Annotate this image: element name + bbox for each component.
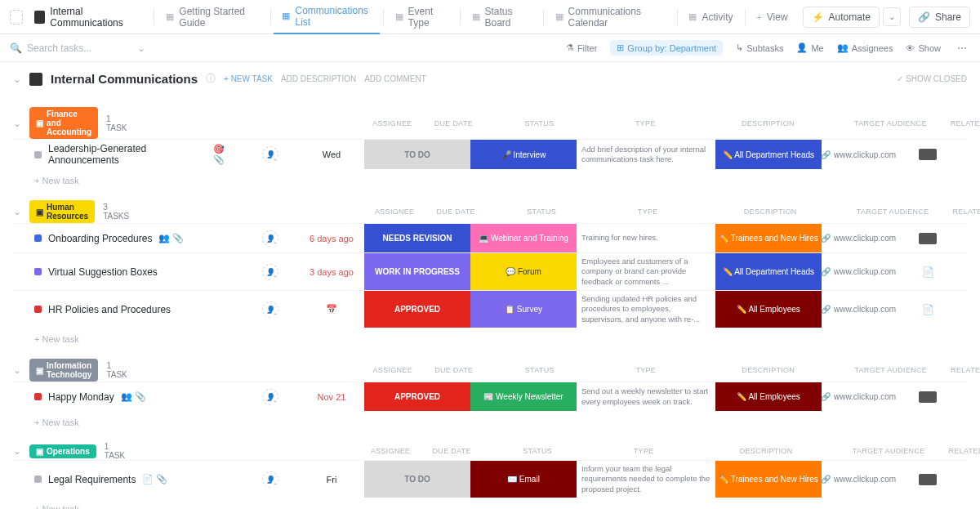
files-cell[interactable] (895, 140, 960, 169)
status-square-icon[interactable] (34, 476, 42, 483)
show-button[interactable]: 👁Show (906, 43, 941, 53)
assignee-cell[interactable]: 👤 (242, 224, 299, 252)
page-title-tab[interactable]: Internal Communications (26, 0, 151, 34)
type-cell[interactable]: 🎤 Interview (470, 140, 577, 169)
add-description-link[interactable]: ADD DESCRIPTION (281, 74, 356, 83)
automate-button[interactable]: ⚡Automate (803, 7, 880, 28)
audience-cell[interactable]: ✏️ All Employees (715, 291, 822, 328)
file-thumbnail[interactable] (919, 233, 937, 244)
assignee-cell[interactable]: 👤 (242, 140, 299, 169)
file-icon[interactable]: 📄 (922, 304, 934, 315)
assignee-avatar[interactable]: 👤 (262, 301, 278, 318)
due-date-cell[interactable]: Wed (299, 140, 364, 169)
new-task-button[interactable]: + New task (13, 169, 967, 185)
group-pill[interactable]: ▣Information Technology (29, 359, 98, 382)
tab-activity[interactable]: ▦Activity (680, 0, 741, 34)
tab-communications-list[interactable]: ▦Communications List (274, 0, 379, 34)
chevron-down-icon[interactable]: ⌄ (13, 74, 21, 85)
due-date-cell[interactable]: Fri (299, 461, 364, 498)
status-square-icon[interactable] (34, 393, 42, 400)
new-task-button[interactable]: + New task (13, 498, 967, 509)
collapse-icon[interactable]: ⌄ (13, 118, 21, 129)
search-input[interactable]: 🔍Search tasks... (10, 42, 124, 54)
link-cell[interactable]: 🔗www.clickup.com (822, 382, 895, 411)
assignee-avatar[interactable]: 👤 (262, 146, 278, 163)
audience-cell[interactable]: ✏️ All Department Heads (715, 253, 822, 290)
tab-getting-started-guide[interactable]: ▦Getting Started Guide (158, 0, 266, 34)
status-square-icon[interactable] (34, 234, 42, 242)
status-square-icon[interactable] (34, 306, 42, 313)
show-closed-link[interactable]: ✓ SHOW CLOSED (897, 74, 967, 83)
status-cell[interactable]: WORK IN PROGRESS (364, 253, 470, 290)
type-cell[interactable]: 💬 Forum (470, 253, 577, 290)
table-row[interactable]: Legal Requirements 📄 📎 👤 Fri TO DO ✉️ Em… (13, 460, 967, 498)
assignee-cell[interactable]: 👤 (242, 382, 299, 411)
due-date-cell[interactable]: 3 days ago (299, 253, 364, 290)
task-name-cell[interactable]: Onboarding Procedures 👥 📎 (13, 224, 242, 252)
share-button[interactable]: 🔗Share (909, 7, 970, 28)
filter-button[interactable]: ⚗Filter (566, 42, 597, 53)
new-task-button[interactable]: + New task (13, 328, 967, 344)
table-row[interactable]: Onboarding Procedures 👥 📎 👤 6 days ago N… (13, 223, 967, 252)
files-cell[interactable] (895, 461, 960, 498)
task-name-cell[interactable]: Leadership-Generated Announcements 🎯 📎 (13, 140, 242, 169)
files-cell[interactable]: 📄 (895, 253, 960, 290)
files-cell[interactable] (895, 382, 960, 411)
task-name-cell[interactable]: Virtual Suggestion Boxes (13, 253, 242, 290)
status-cell[interactable]: TO DO (364, 140, 470, 169)
file-thumbnail[interactable] (919, 149, 937, 160)
task-name-cell[interactable]: HR Policies and Procedures (13, 291, 242, 328)
me-button[interactable]: 👤Me (796, 42, 823, 53)
link-cell[interactable]: 🔗www.clickup.com (822, 224, 895, 252)
table-row[interactable]: Leadership-Generated Announcements 🎯 📎 👤… (13, 139, 967, 169)
group-pill[interactable]: ▣Operations (29, 444, 96, 458)
assignee-avatar[interactable]: 👤 (262, 230, 278, 247)
assignee-cell[interactable]: 👤 (242, 291, 299, 328)
assignee-avatar[interactable]: 👤 (262, 264, 278, 280)
type-cell[interactable]: 💻 Webinar and Training (470, 224, 577, 252)
table-row[interactable]: Virtual Suggestion Boxes 👤 3 days ago WO… (13, 252, 967, 290)
collapse-icon[interactable]: ⌄ (13, 364, 21, 376)
file-icon[interactable]: 📄 (922, 266, 934, 278)
due-date-cell[interactable]: 📅 (299, 291, 364, 328)
status-cell[interactable]: TO DO (364, 461, 470, 498)
more-menu[interactable]: ⋯ (954, 39, 970, 57)
search-dropdown-icon[interactable]: ⌄ (137, 42, 145, 54)
group-by-button[interactable]: ⊞Group by: Department (610, 40, 723, 56)
assignee-avatar[interactable]: 👤 (262, 389, 278, 405)
link-cell[interactable]: 🔗www.clickup.com (822, 253, 895, 290)
files-cell[interactable]: 📄 (895, 291, 960, 328)
task-name-cell[interactable]: Happy Monday 👥 📎 (13, 382, 242, 411)
file-thumbnail[interactable] (919, 474, 937, 485)
assignees-button[interactable]: 👥Assignees (837, 42, 893, 53)
assignee-cell[interactable]: 👤 (242, 253, 299, 290)
link-cell[interactable]: 🔗www.clickup.com (822, 461, 895, 498)
audience-cell[interactable]: ✏️ All Department Heads (715, 140, 822, 169)
automate-dropdown[interactable]: ⌄ (883, 7, 901, 26)
assignee-avatar[interactable]: 👤 (262, 471, 278, 488)
info-icon[interactable]: ⓘ (206, 72, 216, 86)
due-date-cell[interactable]: 6 days ago (299, 224, 364, 252)
status-cell[interactable]: NEEDS REVISION (364, 224, 470, 252)
file-thumbnail[interactable] (919, 391, 937, 403)
status-cell[interactable]: APPROVED (364, 291, 470, 328)
type-cell[interactable]: 📰 Weekly Newsletter (470, 382, 577, 411)
due-date-cell[interactable]: Nov 21 (299, 382, 364, 411)
link-cell[interactable]: 🔗www.clickup.com (822, 140, 895, 169)
assignee-cell[interactable]: 👤 (242, 461, 299, 498)
group-pill[interactable]: ▣Human Resources (29, 200, 95, 223)
audience-cell[interactable]: ✏️ Trainees and New Hires (715, 224, 822, 252)
status-square-icon[interactable] (34, 151, 42, 159)
add-view-button[interactable]: +View (748, 0, 795, 34)
table-row[interactable]: Happy Monday 👥 📎 👤 Nov 21 APPROVED 📰 Wee… (13, 382, 967, 411)
status-cell[interactable]: APPROVED (364, 382, 470, 411)
new-task-link[interactable]: + NEW TASK (224, 74, 273, 83)
type-cell[interactable]: ✉️ Email (470, 461, 577, 498)
tab-communications-calendar[interactable]: ▦Communications Calendar (547, 0, 674, 34)
task-name-cell[interactable]: Legal Requirements 📄 📎 (13, 461, 242, 498)
subtasks-button[interactable]: ↳Subtasks (736, 42, 783, 53)
add-comment-link[interactable]: ADD COMMENT (364, 74, 426, 83)
status-square-icon[interactable] (34, 268, 42, 275)
audience-cell[interactable]: ✏️ Trainees and New Hires (715, 461, 822, 498)
table-row[interactable]: HR Policies and Procedures 👤 📅 APPROVED … (13, 290, 967, 328)
